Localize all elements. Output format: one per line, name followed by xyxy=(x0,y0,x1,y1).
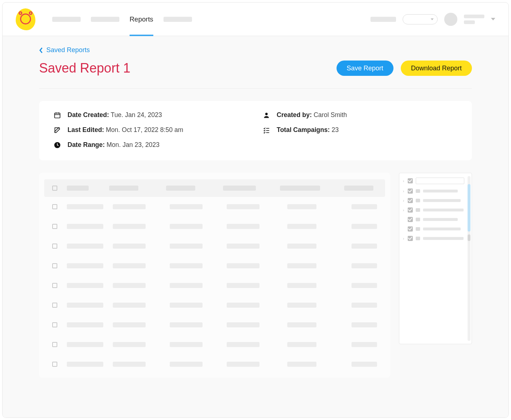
chevron-left-icon xyxy=(39,47,43,54)
table-row xyxy=(44,236,385,256)
nav-tab-label: Reports xyxy=(130,15,153,23)
cell-placeholder xyxy=(227,283,260,288)
cell-placeholder xyxy=(227,362,260,367)
filter-search-input[interactable] xyxy=(416,178,464,184)
filter-item[interactable]: › xyxy=(402,197,464,205)
meta-value: Tue. Jan 24, 2023 xyxy=(111,111,162,118)
column-header-placeholder[interactable] xyxy=(344,186,373,191)
cell-placeholder xyxy=(351,362,377,367)
breadcrumb-label: Saved Reports xyxy=(46,46,90,54)
filter-checkbox[interactable] xyxy=(408,217,413,222)
filter-item[interactable] xyxy=(402,215,464,223)
breadcrumb[interactable]: Saved Reports xyxy=(39,46,472,54)
cell-placeholder xyxy=(170,263,203,268)
filter-item[interactable]: › xyxy=(402,206,464,214)
cell-placeholder xyxy=(351,263,377,268)
table-row xyxy=(44,354,385,374)
table-row xyxy=(44,276,385,295)
cell-placeholder xyxy=(170,322,203,327)
row-checkbox[interactable] xyxy=(52,204,57,209)
meta-value: Mon. Jan 23, 2023 xyxy=(107,141,160,148)
save-report-button[interactable]: Save Report xyxy=(337,61,393,76)
filter-item-label-placeholder xyxy=(423,218,458,221)
cell-placeholder xyxy=(351,204,377,209)
cell-placeholder xyxy=(67,303,103,308)
row-checkbox[interactable] xyxy=(52,283,57,288)
filter-item[interactable]: › xyxy=(402,234,464,242)
cell-placeholder xyxy=(351,303,377,308)
nav-item-placeholder[interactable] xyxy=(164,17,192,22)
row-checkbox[interactable] xyxy=(52,342,57,347)
cell-placeholder xyxy=(351,224,377,229)
meta-value: 23 xyxy=(331,126,338,133)
svg-point-4 xyxy=(265,113,268,115)
row-checkbox[interactable] xyxy=(52,322,57,327)
column-header-placeholder[interactable] xyxy=(223,186,256,191)
meta-label: Date Created: xyxy=(68,111,109,118)
cell-placeholder xyxy=(287,362,316,367)
chevron-right-icon[interactable]: › xyxy=(402,208,405,212)
cell-placeholder xyxy=(227,204,260,209)
nav-item-placeholder[interactable] xyxy=(52,17,81,22)
cell-placeholder xyxy=(67,342,103,347)
chevron-right-icon[interactable]: › xyxy=(402,198,405,203)
row-checkbox[interactable] xyxy=(52,303,57,308)
select-all-checkbox[interactable] xyxy=(52,186,57,191)
cell-placeholder xyxy=(227,342,260,347)
filter-panel: › ›››› xyxy=(399,173,472,344)
chevron-right-icon[interactable]: › xyxy=(402,236,405,241)
column-header-placeholder[interactable] xyxy=(166,186,195,191)
brand-logo[interactable] xyxy=(16,8,35,30)
download-report-button[interactable]: Download Report xyxy=(401,61,472,76)
row-checkbox[interactable] xyxy=(52,244,57,249)
user-label-placeholder xyxy=(464,15,484,24)
row-checkbox[interactable] xyxy=(52,362,57,367)
panel-scrollbar[interactable] xyxy=(468,176,470,341)
filter-checkbox[interactable] xyxy=(408,207,413,213)
search-dropdown[interactable] xyxy=(403,14,438,24)
filter-item-icon xyxy=(416,227,420,231)
filter-item[interactable]: › xyxy=(402,187,464,195)
meta-value: Mon. Oct 17, 2022 8:50 am xyxy=(106,126,183,133)
avatar[interactable] xyxy=(444,13,457,26)
report-table xyxy=(39,173,390,378)
top-nav: Reports xyxy=(3,3,508,36)
cell-placeholder xyxy=(113,362,146,367)
nav-tab-reports[interactable]: Reports xyxy=(130,3,153,36)
column-header-placeholder[interactable] xyxy=(67,186,89,191)
chevron-right-icon[interactable]: › xyxy=(402,189,405,193)
cell-placeholder xyxy=(113,322,146,327)
row-checkbox[interactable] xyxy=(52,263,57,268)
table-row xyxy=(44,197,385,217)
filter-item-label-placeholder xyxy=(423,237,464,240)
column-header-placeholder[interactable] xyxy=(109,186,138,191)
cell-placeholder xyxy=(287,283,316,288)
filter-checkbox[interactable] xyxy=(408,226,413,232)
filter-item-label-placeholder xyxy=(423,209,464,211)
filter-checkbox[interactable] xyxy=(408,178,413,183)
filter-checkbox[interactable] xyxy=(408,188,413,194)
meta-date-range: Date Range: Mon. Jan 23, 2023 xyxy=(54,141,248,149)
cell-placeholder xyxy=(113,224,146,229)
filter-item-label-placeholder xyxy=(423,199,461,202)
nav-item-placeholder[interactable] xyxy=(91,17,119,22)
chevron-right-icon[interactable]: › xyxy=(402,179,405,183)
calendar-icon xyxy=(54,112,61,119)
meta-last-edited: Last Edited: Mon. Oct 17, 2022 8:50 am xyxy=(54,126,248,134)
cell-placeholder xyxy=(287,244,316,249)
filter-item[interactable] xyxy=(402,225,464,233)
filter-item-icon xyxy=(416,199,420,202)
row-checkbox[interactable] xyxy=(52,224,57,229)
meta-label: Total Campaigns: xyxy=(277,126,330,133)
column-header-placeholder[interactable] xyxy=(280,186,320,191)
filter-item-label-placeholder xyxy=(423,190,458,192)
filter-checkbox[interactable] xyxy=(408,236,413,241)
filter-checkbox[interactable] xyxy=(408,198,413,203)
cell-placeholder xyxy=(170,224,203,229)
chevron-down-icon[interactable] xyxy=(491,18,495,20)
meta-value: Carol Smith xyxy=(314,111,347,118)
cell-placeholder xyxy=(67,362,103,367)
cell-placeholder xyxy=(67,263,103,268)
meta-label: Last Edited: xyxy=(68,126,104,133)
cell-placeholder xyxy=(67,224,103,229)
